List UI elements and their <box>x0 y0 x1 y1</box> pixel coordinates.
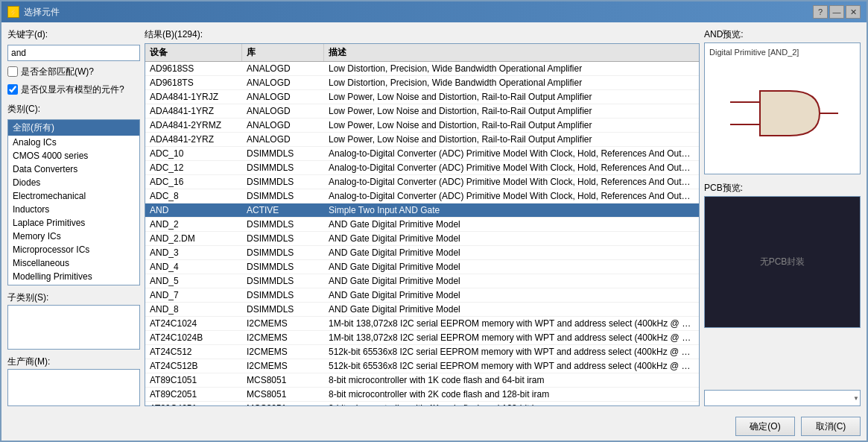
cell-device: ADA4841-2YRMZ <box>145 119 242 132</box>
cell-desc: Low Distortion, Precision, Wide Bandwidt… <box>324 62 699 75</box>
table-row[interactable]: AT89C1051MCS80518-bit microcontroller wi… <box>145 373 699 388</box>
and-preview-box: Digital Primitive [AND_2] <box>704 42 861 174</box>
close-button[interactable]: ✕ <box>846 5 861 19</box>
table-row[interactable]: AT24C1024I2CMEMS1M-bit 138,072x8 I2C ser… <box>145 317 699 331</box>
cell-lib: DSIMMDLS <box>242 147 324 160</box>
left-panel: 关键字(d): 是否全部匹配(W)? 是否仅显示有模型的元件? 类别(C): 全… <box>7 28 140 406</box>
table-row[interactable]: AD9618TSANALOGDLow Distortion, Precision… <box>145 76 699 90</box>
title-bar: ⚡ 选择元件 ? — ✕ <box>1 1 867 22</box>
and-gate-graphic <box>709 57 855 169</box>
subcategory-section: 子类别(S): <box>7 291 140 350</box>
table-row[interactable]: AT24C1024BI2CMEMS1M-bit 138,072x8 I2C se… <box>145 331 699 345</box>
table-body[interactable]: AD9618SSANALOGDLow Distortion, Precision… <box>145 62 699 405</box>
cell-desc: 512k-bit 65536x8 I2C serial EEPROM memor… <box>324 359 699 373</box>
table-row[interactable]: ADA4841-2YRZANALOGDLow Power, Low Noise … <box>145 133 699 147</box>
category-item[interactable]: CMOS 4000 series <box>8 149 139 162</box>
cell-desc: Low Power, Low Noise and Distortion, Rai… <box>324 104 699 118</box>
table-row[interactable]: AT24C512BI2CMEMS512k-bit 65536x8 I2C ser… <box>145 359 699 373</box>
cell-device: ADA4841-1YRZ <box>145 104 242 118</box>
confirm-button[interactable]: 确定(O) <box>735 417 795 436</box>
cell-lib: DSIMMDLS <box>242 260 324 274</box>
table-row[interactable]: AT24C512I2CMEMS512k-bit 65536x8 I2C seri… <box>145 345 699 359</box>
results-table: 设备 库 描述 AD9618SSANALOGDLow Distortion, P… <box>145 43 700 406</box>
cell-device: AND <box>145 203 242 217</box>
table-row[interactable]: AND_2.DMDSIMMDLSAND Gate Digital Primiti… <box>145 232 699 246</box>
table-row[interactable]: AND_8DSIMMDLSAND Gate Digital Primitive … <box>145 303 699 317</box>
dialog-body: 关键字(d): 是否全部匹配(W)? 是否仅显示有模型的元件? 类别(C): 全… <box>1 22 867 412</box>
category-item[interactable]: Modelling Primitives <box>8 270 139 283</box>
table-row[interactable]: ANDACTIVESimple Two Input AND Gate <box>145 203 699 218</box>
category-item[interactable]: 全部(所有) <box>8 120 139 136</box>
table-row[interactable]: AND_5DSIMMDLSAND Gate Digital Primitive … <box>145 274 699 288</box>
results-label: 结果(B)(1294): <box>145 28 700 41</box>
cell-lib: ANALOGD <box>242 62 324 75</box>
category-item[interactable]: Miscellaneous <box>8 256 139 270</box>
cell-desc: AND Gate Digital Primitive Model <box>324 288 699 302</box>
pcb-variant-select[interactable] <box>704 390 861 406</box>
show-model-label: 是否仅显示有模型的元件? <box>21 83 124 96</box>
table-row[interactable]: AND_7DSIMMDLSAND Gate Digital Primitive … <box>145 288 699 303</box>
category-item[interactable]: Analog ICs <box>8 136 139 149</box>
cancel-button[interactable]: 取消(C) <box>801 417 861 436</box>
table-row[interactable]: ADC_8DSIMMDLSAnalog-to-Digital Converter… <box>145 189 699 203</box>
pcb-preview-section: PCB预览: 无PCB封装 <box>704 182 861 331</box>
no-pcb-label: 无PCB封装 <box>760 256 805 268</box>
column-lib[interactable]: 库 <box>242 44 324 61</box>
keyword-input[interactable] <box>7 45 140 61</box>
cell-device: ADA4841-2YRZ <box>145 133 242 146</box>
category-item[interactable]: Operational Amplifiers <box>8 283 139 285</box>
category-list[interactable]: 全部(所有)Analog ICsCMOS 4000 seriesData Con… <box>7 119 140 285</box>
table-row[interactable]: AT89C4051MCS80518-bit microcontroller wi… <box>145 402 699 405</box>
table-row[interactable]: ADC_16DSIMMDLSAnalog-to-Digital Converte… <box>145 175 699 189</box>
column-desc[interactable]: 描述 <box>324 44 699 61</box>
table-row[interactable]: AND_3DSIMMDLSAND Gate Digital Primitive … <box>145 246 699 260</box>
cell-desc: AND Gate Digital Primitive Model <box>324 218 699 231</box>
table-row[interactable]: AND_2DSIMMDLSAND Gate Digital Primitive … <box>145 218 699 232</box>
cell-lib: ANALOGD <box>242 76 324 89</box>
pcb-variant-wrapper: ▼ <box>704 390 861 406</box>
title-bar-buttons: ? — ✕ <box>813 5 861 19</box>
column-device[interactable]: 设备 <box>145 44 242 61</box>
table-row[interactable]: ADC_12DSIMMDLSAnalog-to-Digital Converte… <box>145 161 699 175</box>
cell-device: AT24C1024B <box>145 331 242 344</box>
cell-desc: 1M-bit 138,072x8 I2C serial EEPROM memor… <box>324 317 699 330</box>
cell-lib: DSIMMDLS <box>242 218 324 231</box>
category-item[interactable]: Laplace Primitives <box>8 216 139 230</box>
match-all-checkbox[interactable] <box>7 66 18 77</box>
table-row[interactable]: ADA4841-2YRMZANALOGDLow Power, Low Noise… <box>145 119 699 133</box>
minimize-button[interactable]: — <box>829 5 844 19</box>
manufacturer-list[interactable] <box>7 369 140 406</box>
category-item[interactable]: Memory ICs <box>8 230 139 243</box>
cell-device: AD9618TS <box>145 76 242 89</box>
table-row[interactable]: ADA4841-1YRZANALOGDLow Power, Low Noise … <box>145 104 699 119</box>
pcb-preview-label: PCB预览: <box>704 182 861 195</box>
and-preview-content: Digital Primitive [AND_2] <box>705 43 860 174</box>
show-model-checkbox[interactable] <box>7 84 18 95</box>
subcategory-list[interactable] <box>7 305 140 350</box>
cell-lib: ANALOGD <box>242 119 324 132</box>
table-row[interactable]: ADA4841-1YRJZANALOGDLow Power, Low Noise… <box>145 90 699 104</box>
pcb-preview-content: 无PCB封装 <box>705 197 860 327</box>
category-item[interactable]: Data Converters <box>8 162 139 176</box>
cell-lib: ANALOGD <box>242 104 324 118</box>
cell-device: ADA4841-1YRJZ <box>145 90 242 104</box>
table-row[interactable]: AT89C2051MCS80518-bit microcontroller wi… <box>145 388 699 402</box>
table-row[interactable]: AND_4DSIMMDLSAND Gate Digital Primitive … <box>145 260 699 274</box>
cell-device: AND_5 <box>145 274 242 288</box>
cell-lib: MCS8051 <box>242 373 324 387</box>
table-row[interactable]: AD9618SSANALOGDLow Distortion, Precision… <box>145 62 699 76</box>
category-label: 类别(C): <box>7 103 140 116</box>
category-item[interactable]: Diodes <box>8 176 139 189</box>
cell-lib: I2CMEMS <box>242 331 324 344</box>
cell-desc: Low Power, Low Noise and Distortion, Rai… <box>324 90 699 104</box>
category-item[interactable]: Inductors <box>8 203 139 216</box>
and-gate-svg <box>723 76 842 151</box>
help-button[interactable]: ? <box>813 5 828 19</box>
cell-lib: DSIMMDLS <box>242 274 324 288</box>
category-item[interactable]: Microprocessor ICs <box>8 243 139 256</box>
cell-desc: 1M-bit 138,072x8 I2C serial EEPROM memor… <box>324 331 699 344</box>
cell-desc: Analog-to-Digital Converter (ADC) Primit… <box>324 161 699 174</box>
category-item[interactable]: Electromechanical <box>8 189 139 203</box>
cell-lib: I2CMEMS <box>242 345 324 359</box>
table-row[interactable]: ADC_10DSIMMDLSAnalog-to-Digital Converte… <box>145 147 699 161</box>
